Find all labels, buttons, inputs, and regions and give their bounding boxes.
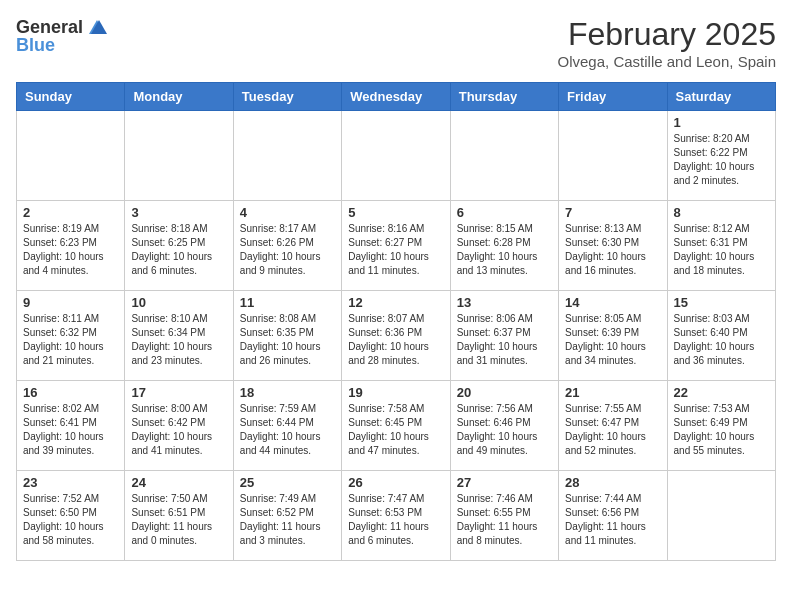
calendar-day-cell — [125, 111, 233, 201]
day-of-week-header: Tuesday — [233, 83, 341, 111]
month-title: February 2025 — [558, 16, 776, 53]
day-number: 4 — [240, 205, 335, 220]
day-number: 16 — [23, 385, 118, 400]
day-of-week-header: Wednesday — [342, 83, 450, 111]
logo-blue: Blue — [16, 36, 109, 56]
calendar-week-row: 1Sunrise: 8:20 AM Sunset: 6:22 PM Daylig… — [17, 111, 776, 201]
logo: General Blue — [16, 16, 109, 56]
day-info: Sunrise: 8:19 AM Sunset: 6:23 PM Dayligh… — [23, 222, 118, 278]
day-number: 26 — [348, 475, 443, 490]
calendar-day-cell — [233, 111, 341, 201]
day-number: 25 — [240, 475, 335, 490]
day-info: Sunrise: 8:10 AM Sunset: 6:34 PM Dayligh… — [131, 312, 226, 368]
calendar-day-cell: 26Sunrise: 7:47 AM Sunset: 6:53 PM Dayli… — [342, 471, 450, 561]
calendar-day-cell: 24Sunrise: 7:50 AM Sunset: 6:51 PM Dayli… — [125, 471, 233, 561]
calendar-day-cell: 3Sunrise: 8:18 AM Sunset: 6:25 PM Daylig… — [125, 201, 233, 291]
day-number: 24 — [131, 475, 226, 490]
day-number: 21 — [565, 385, 660, 400]
day-number: 8 — [674, 205, 769, 220]
calendar-day-cell: 13Sunrise: 8:06 AM Sunset: 6:37 PM Dayli… — [450, 291, 558, 381]
day-info: Sunrise: 8:12 AM Sunset: 6:31 PM Dayligh… — [674, 222, 769, 278]
day-number: 10 — [131, 295, 226, 310]
day-info: Sunrise: 8:13 AM Sunset: 6:30 PM Dayligh… — [565, 222, 660, 278]
calendar-week-row: 23Sunrise: 7:52 AM Sunset: 6:50 PM Dayli… — [17, 471, 776, 561]
calendar-day-cell: 16Sunrise: 8:02 AM Sunset: 6:41 PM Dayli… — [17, 381, 125, 471]
calendar-day-cell: 21Sunrise: 7:55 AM Sunset: 6:47 PM Dayli… — [559, 381, 667, 471]
day-of-week-header: Thursday — [450, 83, 558, 111]
calendar-day-cell: 14Sunrise: 8:05 AM Sunset: 6:39 PM Dayli… — [559, 291, 667, 381]
day-number: 5 — [348, 205, 443, 220]
calendar-day-cell: 17Sunrise: 8:00 AM Sunset: 6:42 PM Dayli… — [125, 381, 233, 471]
day-number: 22 — [674, 385, 769, 400]
calendar-day-cell — [559, 111, 667, 201]
day-info: Sunrise: 8:17 AM Sunset: 6:26 PM Dayligh… — [240, 222, 335, 278]
day-info: Sunrise: 8:00 AM Sunset: 6:42 PM Dayligh… — [131, 402, 226, 458]
day-number: 1 — [674, 115, 769, 130]
day-number: 17 — [131, 385, 226, 400]
calendar-day-cell: 12Sunrise: 8:07 AM Sunset: 6:36 PM Dayli… — [342, 291, 450, 381]
day-info: Sunrise: 8:06 AM Sunset: 6:37 PM Dayligh… — [457, 312, 552, 368]
day-number: 7 — [565, 205, 660, 220]
calendar-day-cell: 6Sunrise: 8:15 AM Sunset: 6:28 PM Daylig… — [450, 201, 558, 291]
calendar-week-row: 2Sunrise: 8:19 AM Sunset: 6:23 PM Daylig… — [17, 201, 776, 291]
day-info: Sunrise: 7:49 AM Sunset: 6:52 PM Dayligh… — [240, 492, 335, 548]
title-area: February 2025 Olvega, Castille and Leon,… — [558, 16, 776, 70]
calendar-day-cell — [667, 471, 775, 561]
day-number: 19 — [348, 385, 443, 400]
day-info: Sunrise: 8:16 AM Sunset: 6:27 PM Dayligh… — [348, 222, 443, 278]
day-info: Sunrise: 8:07 AM Sunset: 6:36 PM Dayligh… — [348, 312, 443, 368]
day-info: Sunrise: 7:52 AM Sunset: 6:50 PM Dayligh… — [23, 492, 118, 548]
calendar-day-cell: 20Sunrise: 7:56 AM Sunset: 6:46 PM Dayli… — [450, 381, 558, 471]
calendar-header-row: SundayMondayTuesdayWednesdayThursdayFrid… — [17, 83, 776, 111]
calendar-day-cell: 27Sunrise: 7:46 AM Sunset: 6:55 PM Dayli… — [450, 471, 558, 561]
calendar-day-cell: 28Sunrise: 7:44 AM Sunset: 6:56 PM Dayli… — [559, 471, 667, 561]
day-info: Sunrise: 7:47 AM Sunset: 6:53 PM Dayligh… — [348, 492, 443, 548]
calendar-week-row: 16Sunrise: 8:02 AM Sunset: 6:41 PM Dayli… — [17, 381, 776, 471]
day-info: Sunrise: 8:02 AM Sunset: 6:41 PM Dayligh… — [23, 402, 118, 458]
day-info: Sunrise: 8:03 AM Sunset: 6:40 PM Dayligh… — [674, 312, 769, 368]
day-number: 2 — [23, 205, 118, 220]
day-number: 3 — [131, 205, 226, 220]
day-info: Sunrise: 8:20 AM Sunset: 6:22 PM Dayligh… — [674, 132, 769, 188]
calendar-day-cell: 15Sunrise: 8:03 AM Sunset: 6:40 PM Dayli… — [667, 291, 775, 381]
day-number: 14 — [565, 295, 660, 310]
calendar-day-cell: 11Sunrise: 8:08 AM Sunset: 6:35 PM Dayli… — [233, 291, 341, 381]
day-of-week-header: Monday — [125, 83, 233, 111]
calendar-week-row: 9Sunrise: 8:11 AM Sunset: 6:32 PM Daylig… — [17, 291, 776, 381]
day-number: 18 — [240, 385, 335, 400]
day-info: Sunrise: 8:18 AM Sunset: 6:25 PM Dayligh… — [131, 222, 226, 278]
day-number: 11 — [240, 295, 335, 310]
day-number: 6 — [457, 205, 552, 220]
day-of-week-header: Sunday — [17, 83, 125, 111]
calendar-day-cell: 10Sunrise: 8:10 AM Sunset: 6:34 PM Dayli… — [125, 291, 233, 381]
day-info: Sunrise: 8:08 AM Sunset: 6:35 PM Dayligh… — [240, 312, 335, 368]
day-number: 12 — [348, 295, 443, 310]
calendar-day-cell: 5Sunrise: 8:16 AM Sunset: 6:27 PM Daylig… — [342, 201, 450, 291]
calendar-day-cell: 8Sunrise: 8:12 AM Sunset: 6:31 PM Daylig… — [667, 201, 775, 291]
page-header: General Blue February 2025 Olvega, Casti… — [16, 16, 776, 70]
calendar-day-cell: 23Sunrise: 7:52 AM Sunset: 6:50 PM Dayli… — [17, 471, 125, 561]
day-number: 20 — [457, 385, 552, 400]
day-number: 28 — [565, 475, 660, 490]
calendar-day-cell: 1Sunrise: 8:20 AM Sunset: 6:22 PM Daylig… — [667, 111, 775, 201]
day-info: Sunrise: 8:05 AM Sunset: 6:39 PM Dayligh… — [565, 312, 660, 368]
day-info: Sunrise: 7:55 AM Sunset: 6:47 PM Dayligh… — [565, 402, 660, 458]
calendar-day-cell: 25Sunrise: 7:49 AM Sunset: 6:52 PM Dayli… — [233, 471, 341, 561]
day-info: Sunrise: 7:44 AM Sunset: 6:56 PM Dayligh… — [565, 492, 660, 548]
day-info: Sunrise: 7:56 AM Sunset: 6:46 PM Dayligh… — [457, 402, 552, 458]
calendar-day-cell: 9Sunrise: 8:11 AM Sunset: 6:32 PM Daylig… — [17, 291, 125, 381]
calendar-day-cell: 22Sunrise: 7:53 AM Sunset: 6:49 PM Dayli… — [667, 381, 775, 471]
calendar-day-cell: 19Sunrise: 7:58 AM Sunset: 6:45 PM Dayli… — [342, 381, 450, 471]
day-number: 15 — [674, 295, 769, 310]
calendar-day-cell: 2Sunrise: 8:19 AM Sunset: 6:23 PM Daylig… — [17, 201, 125, 291]
calendar-day-cell: 18Sunrise: 7:59 AM Sunset: 6:44 PM Dayli… — [233, 381, 341, 471]
calendar-day-cell — [17, 111, 125, 201]
calendar-table: SundayMondayTuesdayWednesdayThursdayFrid… — [16, 82, 776, 561]
day-of-week-header: Saturday — [667, 83, 775, 111]
day-info: Sunrise: 8:11 AM Sunset: 6:32 PM Dayligh… — [23, 312, 118, 368]
calendar-day-cell: 4Sunrise: 8:17 AM Sunset: 6:26 PM Daylig… — [233, 201, 341, 291]
day-info: Sunrise: 7:59 AM Sunset: 6:44 PM Dayligh… — [240, 402, 335, 458]
day-number: 13 — [457, 295, 552, 310]
day-info: Sunrise: 7:50 AM Sunset: 6:51 PM Dayligh… — [131, 492, 226, 548]
calendar-day-cell — [450, 111, 558, 201]
